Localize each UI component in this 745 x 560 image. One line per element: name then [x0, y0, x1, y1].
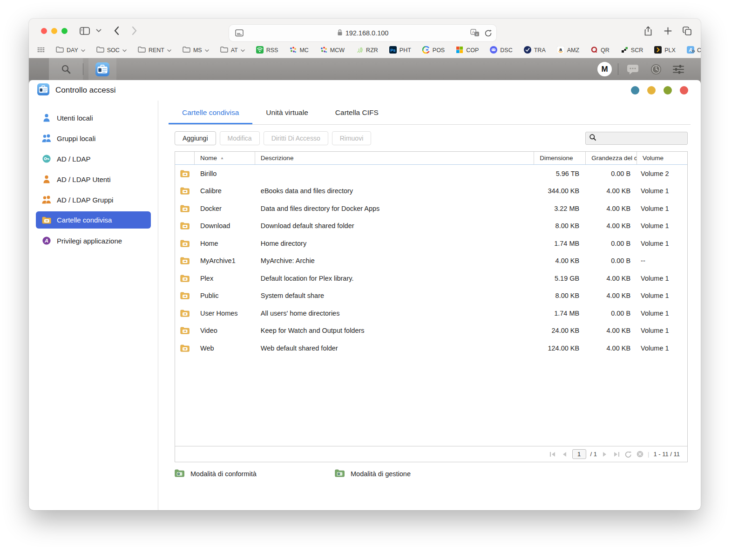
share-icon[interactable] [643, 25, 654, 36]
taskbar-search-button[interactable] [49, 58, 83, 80]
clear-filter-icon[interactable] [636, 451, 643, 458]
taskbar-app-access-control[interactable] [88, 58, 116, 80]
zoom-window-button[interactable] [61, 28, 68, 34]
bookmark-scr[interactable]: SCR [621, 46, 643, 55]
bookmark-pos[interactable]: POS [422, 46, 445, 55]
tab-overview-icon[interactable] [681, 25, 692, 36]
preferences-icon[interactable] [671, 58, 685, 80]
sidebar-item-gruppi-locali[interactable]: Gruppi locali [29, 128, 158, 148]
search-icon [589, 134, 596, 143]
bookmark-folder-soc[interactable]: SOC [96, 47, 127, 54]
window-dot-3[interactable] [680, 86, 688, 94]
diritti-di-accesso-button[interactable]: Diritti Di Accesso [264, 131, 328, 145]
bookmark-mc[interactable]: MC [289, 46, 308, 55]
refresh-icon[interactable] [624, 451, 632, 458]
bookmark-mcw[interactable]: MCW [320, 46, 345, 55]
column-header-volume[interactable]: Volume [637, 152, 687, 164]
sidebar-item-utenti-locali[interactable]: Utenti locali [29, 108, 158, 128]
table-search-box[interactable] [585, 132, 688, 145]
bookmark-tra[interactable]: TRA [524, 46, 546, 55]
column-header-dimensione[interactable]: Dimensione [534, 152, 586, 164]
bookmark-rzr[interactable]: RZR [356, 46, 378, 55]
back-icon[interactable] [111, 25, 122, 36]
table-row-myarchive1[interactable]: MyArchive1MyArchive: Archie4.00 KB0.00 B… [175, 252, 687, 270]
window-dot-0[interactable] [631, 86, 639, 94]
user-avatar[interactable]: M [597, 62, 612, 76]
table-row-calibre[interactable]: CalibreeBooks data and files directory34… [175, 182, 687, 200]
table-row-video[interactable]: VideoKeep for Watch and Output folders24… [175, 322, 687, 340]
bookmark-plx[interactable]: PLX [654, 46, 676, 55]
table-body: Birillo5.96 TB0.00 BVolume 2CalibreeBook… [175, 165, 687, 446]
bookmark-amz[interactable]: aAMZ [557, 46, 579, 55]
sidebar-item-ad-ldap[interactable]: AD / LDAP [29, 148, 158, 169]
bookmark-folder-ms[interactable]: MS [183, 47, 209, 54]
bookmark-dsc[interactable]: DSC [490, 46, 512, 55]
bookmark-folder-day[interactable]: DAY [56, 47, 85, 54]
cell-volume: Volume 1 [637, 205, 687, 212]
table-row-user-homes[interactable]: User HomesAll users' home directories1.7… [175, 304, 687, 322]
cell-description: Data and files directory for Docker Apps [255, 205, 534, 212]
first-page-icon[interactable] [549, 451, 556, 458]
lock-icon [337, 29, 343, 37]
sidebar-item-privilegi-applicazione[interactable]: APrivilegi applicazione [29, 230, 158, 251]
forward-icon[interactable] [129, 25, 140, 36]
close-window-button[interactable] [41, 28, 47, 34]
tab-cartella-cifs[interactable]: Cartella CIFS [322, 102, 392, 124]
address-bar[interactable]: 192.168.0.100 Ax [229, 25, 496, 41]
reload-icon[interactable] [482, 27, 494, 39]
table-row-birillo[interactable]: Birillo5.96 TB0.00 BVolume 2 [175, 165, 687, 182]
sidebar-item-ad-ldap-gruppi[interactable]: AD / LDAP Gruppi [29, 189, 158, 210]
tab-cartelle-condivisa[interactable]: Cartelle condivisa [169, 102, 252, 124]
sidebar-chevron-icon[interactable] [95, 25, 102, 36]
prev-page-icon[interactable] [561, 451, 568, 458]
new-tab-icon[interactable] [662, 25, 673, 36]
column-header-descrizione[interactable]: Descrizione [255, 152, 534, 164]
table-row-docker[interactable]: DockerData and files directory for Docke… [175, 200, 687, 217]
pagination-bar: / 1 | 1 - 11 / 11 [175, 446, 687, 462]
chevron-down-icon [122, 47, 127, 54]
bookmarks-grid-icon[interactable] [37, 47, 45, 54]
sidebar-toggle-icon[interactable] [79, 25, 90, 36]
bookmarks-overflow-chevron[interactable]: » [691, 47, 695, 54]
aggiungi-button[interactable]: Aggiungi [175, 131, 216, 145]
bookmark-folder-at[interactable]: AT [220, 47, 245, 54]
folder-icon [96, 47, 104, 54]
bookmark-folder-rent[interactable]: RENT [138, 47, 171, 54]
column-header-nome[interactable]: Nome▲ [195, 152, 255, 164]
cell-description: All users' home directories [255, 310, 534, 317]
bookmark-label: SOC [107, 47, 120, 54]
system-monitor-icon[interactable] [649, 58, 663, 80]
tab-unit-virtuale[interactable]: Unità virtuale [252, 102, 321, 124]
bookmark-rss[interactable]: RSS [256, 46, 278, 55]
access-control-app-icon [37, 83, 49, 97]
column-header-grandezza-del-c[interactable]: Grandezza del c [586, 152, 637, 164]
table-row-home[interactable]: HomeHome directory1.74 MB0.00 BVolume 1 [175, 235, 687, 252]
window-dot-2[interactable] [664, 86, 672, 94]
translate-icon[interactable]: Ax [469, 27, 481, 39]
minimize-window-button[interactable] [51, 28, 57, 34]
notifications-icon[interactable] [626, 58, 640, 80]
next-page-icon[interactable] [601, 451, 609, 458]
bookmark-cop[interactable]: COP [456, 46, 479, 55]
column-header-icon[interactable] [175, 152, 195, 164]
sidebar-item-label: Utenti locali [57, 114, 93, 122]
sidebar-item-cartelle-condivisa[interactable]: Cartelle condivisa [36, 211, 151, 229]
table-row-web[interactable]: WebWeb default shared folder124.00 KB4.0… [175, 339, 687, 357]
bookmark-qr[interactable]: QR [590, 46, 610, 55]
photoshop-icon: Ps [389, 46, 397, 55]
cell-recycle-size: 4.00 KB [586, 292, 637, 299]
window-dot-1[interactable] [647, 86, 656, 94]
modifica-button[interactable]: Modifica [220, 131, 260, 145]
table-row-plex[interactable]: PlexDefault location for Plex library.5.… [175, 270, 687, 287]
page-number-input[interactable] [572, 449, 586, 459]
worm-folder-icon [175, 469, 184, 479]
table-search-input[interactable] [599, 135, 683, 142]
shared-folder-icon [175, 344, 195, 352]
bookmark-pht[interactable]: PsPHT [389, 46, 411, 55]
last-page-icon[interactable] [613, 451, 620, 458]
table-row-public[interactable]: PublicSystem default share8.00 KB4.00 KB… [175, 287, 687, 305]
rimuovi-button[interactable]: Rimuovi [332, 131, 372, 145]
user-orange-icon [42, 175, 51, 183]
sidebar-item-ad-ldap-utenti[interactable]: AD / LDAP Utenti [29, 169, 158, 189]
table-row-download[interactable]: DownloadDownload default shared folder8.… [175, 217, 687, 235]
